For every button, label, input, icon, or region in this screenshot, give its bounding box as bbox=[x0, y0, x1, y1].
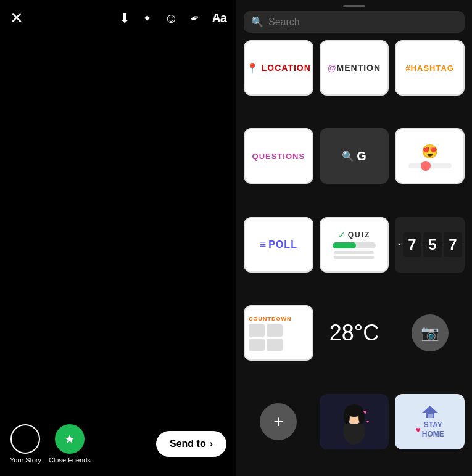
bottom-bar: Your Story ★ Close Friends Send to › bbox=[0, 417, 236, 476]
pin-icon: 📍 bbox=[246, 62, 259, 74]
countdown-label: COUNTDOWN bbox=[249, 316, 292, 322]
stayhome-label: STAYHOME bbox=[422, 421, 444, 438]
sticker-questions[interactable]: QUESTIONS bbox=[244, 128, 313, 184]
countdown-grid bbox=[249, 324, 283, 351]
quiz-bar-fill bbox=[333, 242, 357, 248]
mention-label: MENTION bbox=[337, 63, 381, 73]
countdown-box-1 bbox=[249, 324, 265, 337]
search-icon: 🔍 bbox=[251, 16, 263, 28]
countdown-box-3 bbox=[249, 339, 265, 351]
sticker-giphy[interactable]: 🔍 G bbox=[320, 128, 389, 184]
flip-digit-3: 7 bbox=[444, 232, 462, 257]
mention-at-symbol: @ bbox=[328, 63, 337, 73]
temperature-value: 28°C bbox=[329, 320, 379, 346]
plus-icon: + bbox=[273, 412, 283, 432]
poll-label: POLL bbox=[268, 239, 297, 250]
top-toolbar: ✕ ⬇ ✦ ☺ ✒ Aa bbox=[0, 0, 236, 36]
sticker-temperature[interactable]: 28°C bbox=[320, 305, 389, 361]
close-friends-circle[interactable]: ★ bbox=[55, 424, 85, 454]
search-bar[interactable]: 🔍 bbox=[244, 11, 465, 33]
sticker-poll[interactable]: ≡ POLL bbox=[244, 217, 313, 273]
hashtag-label: #HASHTAG bbox=[405, 64, 454, 73]
house-icon bbox=[421, 404, 439, 419]
sticker-quiz[interactable]: ✓ QUIZ bbox=[320, 217, 389, 273]
svg-point-3 bbox=[344, 409, 350, 424]
quiz-progress-bar bbox=[333, 242, 376, 248]
sticker-stayhome[interactable]: ♥ STAYHOME bbox=[395, 394, 465, 449]
questions-label: QUESTIONS bbox=[252, 152, 305, 161]
quiz-title: QUIZ bbox=[348, 231, 371, 239]
send-to-label: Send to bbox=[170, 438, 206, 449]
stayhome-heart-icon: ♥ bbox=[416, 425, 421, 435]
girl-illustration: ♥ ♥ bbox=[329, 397, 379, 446]
svg-text:♥: ♥ bbox=[363, 409, 367, 416]
giphy-g-letter: G bbox=[357, 149, 366, 163]
sticker-emoji-slider[interactable]: 😍 bbox=[395, 128, 465, 184]
search-input[interactable] bbox=[268, 17, 457, 28]
quiz-check-icon: ✓ bbox=[338, 230, 346, 240]
location-label: LOCATION bbox=[262, 63, 311, 73]
download-icon[interactable]: ⬇ bbox=[119, 10, 130, 27]
slider-thumb bbox=[421, 161, 431, 171]
camera-icon: 📷 bbox=[421, 324, 439, 342]
chevron-right-icon: › bbox=[210, 438, 213, 449]
svg-text:♥: ♥ bbox=[366, 419, 369, 424]
sticker-flip-clock[interactable]: · 7 5 7 bbox=[395, 217, 465, 273]
panel-handle bbox=[343, 5, 365, 7]
giphy-search-icon: 🔍 bbox=[342, 150, 354, 162]
sticker-hashtag[interactable]: #HASHTAG bbox=[395, 40, 465, 96]
sticker-mention[interactable]: @MENTION bbox=[320, 40, 389, 96]
send-to-button[interactable]: Send to › bbox=[156, 431, 226, 457]
flip-digit-2: 5 bbox=[423, 232, 442, 257]
face-icon[interactable]: ☺ bbox=[164, 10, 178, 27]
countdown-box-4 bbox=[267, 339, 283, 351]
your-story-option[interactable]: Your Story bbox=[10, 424, 41, 464]
star-icon: ★ bbox=[64, 432, 75, 446]
pen-icon[interactable]: ✒ bbox=[188, 10, 202, 27]
flip-dot: · bbox=[397, 237, 401, 252]
sticker-add[interactable]: + bbox=[244, 394, 313, 449]
quiz-line-2 bbox=[334, 256, 374, 259]
countdown-box-2 bbox=[267, 324, 283, 337]
right-panel: 🔍 📍 LOCATION @MENTION #HASHTAG QUESTIONS… bbox=[236, 0, 472, 476]
close-friends-option[interactable]: ★ Close Friends bbox=[49, 424, 91, 464]
camera-area[interactable] bbox=[0, 36, 236, 417]
poll-icon: ≡ bbox=[260, 238, 267, 251]
left-panel: ✕ ⬇ ✦ ☺ ✒ Aa Your Story ★ Close Friends … bbox=[0, 0, 236, 476]
close-friends-label: Close Friends bbox=[49, 456, 91, 464]
emoji-face: 😍 bbox=[421, 144, 438, 160]
your-story-circle[interactable] bbox=[10, 424, 40, 454]
sticker-countdown[interactable]: COUNTDOWN bbox=[244, 305, 313, 361]
quiz-line-1 bbox=[334, 251, 374, 254]
stickers-grid: 📍 LOCATION @MENTION #HASHTAG QUESTIONS 🔍… bbox=[236, 40, 472, 476]
sticker-camera[interactable]: 📷 bbox=[395, 305, 465, 361]
camera-circle[interactable]: 📷 bbox=[412, 314, 449, 351]
flip-digit-1: 7 bbox=[403, 232, 421, 257]
slider-track[interactable] bbox=[408, 163, 452, 168]
your-story-label: Your Story bbox=[10, 456, 41, 464]
sticker-location[interactable]: 📍 LOCATION bbox=[244, 40, 313, 96]
quiz-option-lines bbox=[334, 251, 374, 259]
add-circle[interactable]: + bbox=[260, 403, 297, 440]
text-icon[interactable]: Aa bbox=[212, 11, 226, 25]
svg-rect-8 bbox=[428, 414, 433, 418]
sticker-girl[interactable]: ♥ ♥ bbox=[320, 394, 389, 449]
close-icon[interactable]: ✕ bbox=[10, 9, 23, 28]
sparkles-icon[interactable]: ✦ bbox=[143, 12, 152, 25]
